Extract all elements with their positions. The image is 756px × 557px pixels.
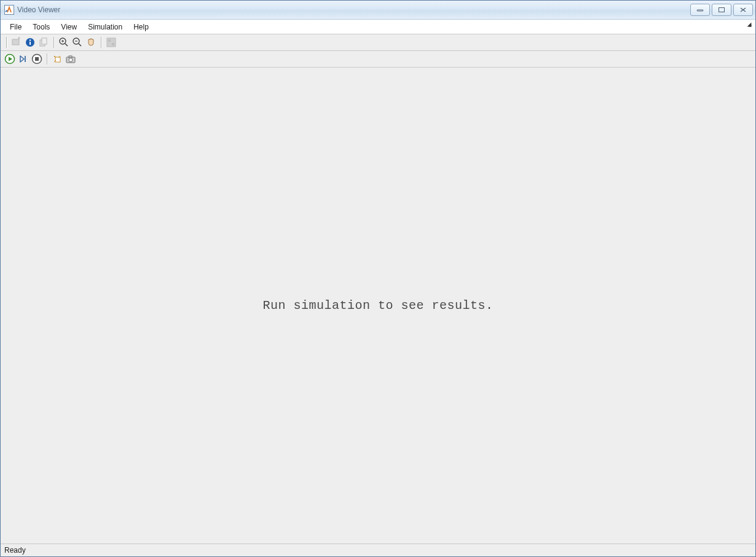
highlight-block-icon <box>52 53 63 64</box>
toolbar-separator <box>6 37 7 48</box>
zoom-in-icon <box>58 37 69 48</box>
svg-line-10 <box>65 44 68 46</box>
zoom-in-button[interactable] <box>57 36 71 49</box>
svg-point-24 <box>54 56 55 57</box>
toolbar-overflow-icon[interactable] <box>747 23 752 27</box>
svg-rect-3 <box>12 39 19 45</box>
copy-button[interactable] <box>37 36 50 49</box>
svg-rect-17 <box>108 39 111 42</box>
svg-rect-2 <box>719 8 725 12</box>
maximize-button[interactable] <box>712 4 731 16</box>
menu-tools[interactable]: Tools <box>27 21 55 33</box>
status-text: Ready <box>4 546 26 555</box>
minimize-button[interactable] <box>690 4 710 16</box>
menu-help[interactable]: Help <box>128 21 154 33</box>
close-button[interactable] <box>733 4 753 16</box>
snapshot-camera-icon <box>65 53 76 64</box>
snapshot-button[interactable] <box>64 52 77 66</box>
zoom-out-button[interactable] <box>71 36 84 49</box>
video-viewer-window: Video Viewer File Tools View Simulation … <box>0 0 756 557</box>
stop-button[interactable] <box>30 52 44 66</box>
status-bar: Ready <box>1 543 755 556</box>
menu-simulation[interactable]: Simulation <box>82 21 128 33</box>
stop-icon <box>31 53 42 64</box>
toolbar-playback <box>1 51 755 68</box>
pan-hand-icon <box>85 37 96 48</box>
copy-icon <box>38 37 49 48</box>
toolbar-separator <box>47 53 47 64</box>
svg-rect-1 <box>697 10 703 11</box>
highlight-block-button[interactable] <box>50 52 64 66</box>
menu-bar: File Tools View Simulation Help <box>1 20 755 34</box>
svg-rect-5 <box>30 42 31 45</box>
matlab-app-icon <box>4 5 14 15</box>
menu-file[interactable]: File <box>4 21 27 33</box>
window-title: Video Viewer <box>17 6 60 14</box>
video-info-button[interactable] <box>23 36 37 49</box>
svg-rect-23 <box>55 57 60 62</box>
colormap-button[interactable] <box>104 36 118 49</box>
svg-rect-8 <box>42 38 47 44</box>
title-bar[interactable]: Video Viewer <box>1 1 755 20</box>
menu-view[interactable]: View <box>55 21 82 33</box>
step-forward-icon <box>18 53 29 64</box>
svg-rect-18 <box>112 43 114 45</box>
zoom-out-icon <box>72 37 83 48</box>
svg-point-27 <box>69 58 73 62</box>
play-icon <box>4 53 15 64</box>
svg-point-6 <box>30 39 31 41</box>
step-forward-button[interactable] <box>17 52 30 66</box>
toolbar-main <box>1 34 755 51</box>
colormap-icon <box>106 37 117 48</box>
toolbar-separator <box>53 37 54 48</box>
pan-button[interactable] <box>84 36 98 49</box>
new-scope-icon <box>11 37 22 48</box>
video-display-area: Run simulation to see results. <box>1 68 755 543</box>
placeholder-message: Run simulation to see results. <box>262 298 493 313</box>
svg-line-14 <box>79 44 81 46</box>
toolbar-separator <box>101 37 101 48</box>
new-scope-button[interactable] <box>10 36 23 49</box>
svg-rect-26 <box>69 56 72 58</box>
svg-rect-22 <box>35 57 39 61</box>
info-icon <box>25 37 36 48</box>
play-button[interactable] <box>3 52 17 66</box>
